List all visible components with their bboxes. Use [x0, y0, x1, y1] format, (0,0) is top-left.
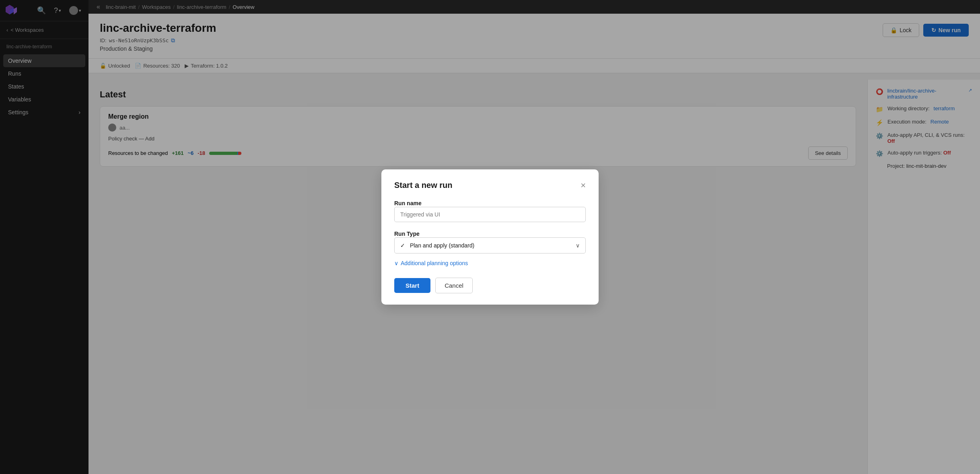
modal-dialog: Start a new run × Run name Run Type ✓ Pl…	[381, 169, 599, 305]
modal-footer: Start Cancel	[394, 278, 586, 293]
run-type-field-label: Run Type	[394, 231, 420, 237]
start-run-button[interactable]: Start	[394, 278, 430, 293]
modal-title: Start a new run	[394, 181, 452, 190]
cancel-run-button[interactable]: Cancel	[435, 278, 473, 293]
modal-close-button[interactable]: ×	[581, 181, 586, 190]
run-type-selected-label: Plan and apply (standard)	[410, 242, 474, 249]
modal-overlay[interactable]: Start a new run × Run name Run Type ✓ Pl…	[0, 0, 980, 474]
planning-options-label: Additional planning options	[401, 260, 468, 266]
run-name-input[interactable]	[394, 207, 586, 222]
run-type-select-display[interactable]: ✓ Plan and apply (standard) ∨	[394, 237, 586, 253]
run-name-field-label: Run name	[394, 200, 422, 206]
run-type-check-icon: ✓	[400, 242, 405, 249]
planning-options-chevron-icon: ∨	[394, 260, 398, 266]
run-type-select-wrapper: ✓ Plan and apply (standard) ∨	[394, 237, 586, 253]
additional-planning-options[interactable]: ∨ Additional planning options	[394, 260, 586, 266]
modal-header: Start a new run ×	[394, 181, 586, 190]
run-type-chevron-icon: ∨	[576, 242, 580, 249]
